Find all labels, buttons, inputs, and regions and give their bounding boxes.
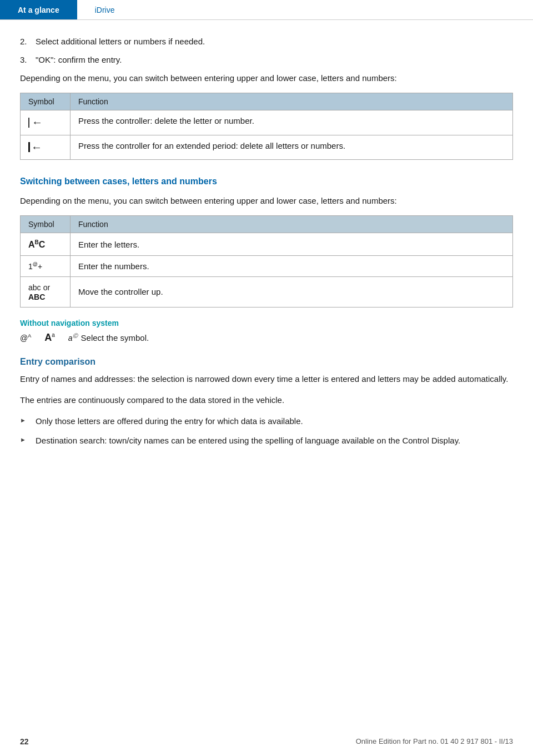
tab-at-a-glance-label: At a glance xyxy=(18,6,59,14)
table1-header-symbol: Symbol xyxy=(21,93,71,110)
backspace-thick-icon: ← xyxy=(28,141,42,154)
table-row: ← Press the controller for an extended p… xyxy=(21,135,513,160)
symbol-table-1: Symbol Function ← Press the controller: … xyxy=(20,93,513,160)
bullet-item-1: ► Only those letters are offered during … xyxy=(20,415,513,427)
step-3-num: 3. xyxy=(20,54,36,67)
step-3-text: "OK": confirm the entry. xyxy=(36,54,122,67)
entry-comparison-para1: Entry of names and addresses: the select… xyxy=(20,372,513,386)
table2-row1-symbol: ABC xyxy=(21,233,71,255)
bullet-text-2: Destination search: town/city names can … xyxy=(36,434,460,447)
bullet-item-2: ► Destination search: town/city names ca… xyxy=(20,434,513,447)
bullet-arrow-1: ► xyxy=(20,415,36,427)
section-without-nav-heading: Without navigation system xyxy=(20,319,513,327)
intro-text: Depending on the menu, you can switch be… xyxy=(20,72,513,85)
table1-row1-symbol: ← xyxy=(21,110,71,135)
at-super-icon: @A xyxy=(20,333,31,342)
table1-header-function: Function xyxy=(71,93,513,110)
table-row: ← Press the controller: delete the lette… xyxy=(21,110,513,135)
table2-row2-function: Enter the numbers. xyxy=(71,255,513,276)
step-2: 2. Select additional letters or numbers … xyxy=(20,36,513,48)
abc-lower-icon: abc xyxy=(28,283,41,292)
symbol-table-2: Symbol Function ABC Enter the letters. 1… xyxy=(20,215,513,307)
main-content: 2. Select additional letters or numbers … xyxy=(0,20,533,487)
section-switching-heading: Switching between cases, letters and num… xyxy=(20,175,513,188)
section-switching-intro: Depending on the menu, you can switch be… xyxy=(20,194,513,208)
footer-right-text: Online Edition for Part no. 01 40 2 917 … xyxy=(356,737,513,746)
table1-row2-symbol: ← xyxy=(21,135,71,160)
table2-row3-function: Move the controller up. xyxy=(71,276,513,307)
header-tabs: At a glance iDrive xyxy=(0,0,533,20)
table-row: ABC Enter the letters. xyxy=(21,233,513,255)
tab-idrive-label: iDrive xyxy=(95,6,115,14)
tab-at-a-glance[interactable]: At a glance xyxy=(0,0,77,19)
table2-header-symbol: Symbol xyxy=(21,216,71,233)
abc-super-icon: ABC xyxy=(28,240,45,249)
ABC-upper-icon: ABC xyxy=(28,293,45,301)
step-2-text: Select additional letters or numbers if … xyxy=(36,36,205,48)
bullet-arrow-2: ► xyxy=(20,434,36,447)
table-row: abc or ABC Move the controller up. xyxy=(21,276,513,307)
page-number: 22 xyxy=(20,737,29,746)
table2-row1-function: Enter the letters. xyxy=(71,233,513,255)
step-2-num: 2. xyxy=(20,36,36,48)
tab-idrive[interactable]: iDrive xyxy=(77,0,133,19)
backspace-normal-icon: ← xyxy=(28,116,43,129)
step-3: 3. "OK": confirm the entry. xyxy=(20,54,513,67)
numbers-icon: 1@+ xyxy=(28,262,42,271)
bullet-list: ► Only those letters are offered during … xyxy=(20,415,513,447)
A-large-icon: Aa xyxy=(44,332,55,344)
table-row: 1@+ Enter the numbers. xyxy=(21,255,513,276)
without-nav-symbols-text: Select the symbol. xyxy=(81,333,149,342)
entry-comparison-para2: The entries are continuously compared to… xyxy=(20,394,513,407)
table2-row3-symbol: abc or ABC xyxy=(21,276,71,307)
footer: 22 Online Edition for Part no. 01 40 2 9… xyxy=(0,737,533,746)
table2-header-function: Function xyxy=(71,216,513,233)
table1-row1-function: Press the controller: delete the letter … xyxy=(71,110,513,135)
bullet-text-1: Only those letters are offered during th… xyxy=(36,415,303,427)
without-nav-symbols-line: @A Aa aⒸ Select the symbol. xyxy=(20,332,513,344)
a-script-icon: aⒸ xyxy=(68,332,78,342)
table1-row2-function: Press the controller for an extended per… xyxy=(71,135,513,160)
table2-row2-symbol: 1@+ xyxy=(21,255,71,276)
entry-comparison-heading: Entry comparison xyxy=(20,357,513,367)
